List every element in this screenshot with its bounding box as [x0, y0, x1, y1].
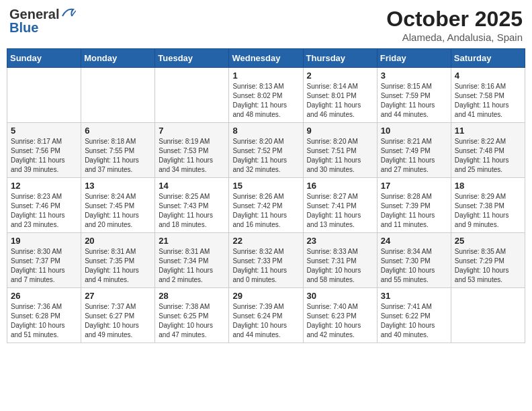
- calendar-cell: 22Sunrise: 8:32 AM Sunset: 7:33 PM Dayli…: [229, 233, 303, 288]
- calendar-cell: 21Sunrise: 8:31 AM Sunset: 7:34 PM Dayli…: [155, 233, 229, 288]
- day-info: Sunrise: 7:38 AM Sunset: 6:25 PM Dayligh…: [159, 302, 225, 340]
- calendar-cell: 27Sunrise: 7:37 AM Sunset: 6:27 PM Dayli…: [81, 288, 155, 343]
- day-info: Sunrise: 7:39 AM Sunset: 6:24 PM Dayligh…: [232, 302, 299, 340]
- day-info: Sunrise: 8:17 AM Sunset: 7:56 PM Dayligh…: [11, 137, 77, 175]
- day-info: Sunrise: 8:14 AM Sunset: 8:01 PM Dayligh…: [307, 82, 373, 120]
- calendar-day-header: Tuesday: [155, 49, 229, 68]
- day-number: 25: [455, 236, 521, 246]
- calendar-cell: 25Sunrise: 8:35 AM Sunset: 7:29 PM Dayli…: [451, 233, 525, 288]
- calendar-day-header: Thursday: [303, 49, 377, 68]
- calendar-cell: 12Sunrise: 8:23 AM Sunset: 7:46 PM Dayli…: [7, 178, 81, 233]
- day-info: Sunrise: 8:33 AM Sunset: 7:31 PM Dayligh…: [307, 247, 373, 285]
- day-info: Sunrise: 8:22 AM Sunset: 7:48 PM Dayligh…: [455, 137, 521, 175]
- calendar-cell: 7Sunrise: 8:19 AM Sunset: 7:53 PM Daylig…: [155, 123, 229, 178]
- calendar-day-header: Friday: [377, 49, 451, 68]
- day-info: Sunrise: 8:32 AM Sunset: 7:33 PM Dayligh…: [232, 247, 299, 285]
- calendar-week-row: 26Sunrise: 7:36 AM Sunset: 6:28 PM Dayli…: [7, 288, 525, 343]
- day-info: Sunrise: 7:40 AM Sunset: 6:23 PM Dayligh…: [307, 302, 373, 340]
- day-info: Sunrise: 8:29 AM Sunset: 7:38 PM Dayligh…: [455, 192, 521, 230]
- calendar-cell: 18Sunrise: 8:29 AM Sunset: 7:38 PM Dayli…: [451, 178, 525, 233]
- day-info: Sunrise: 8:30 AM Sunset: 7:37 PM Dayligh…: [11, 247, 77, 285]
- day-number: 3: [381, 71, 447, 81]
- title-area: October 2025 Alameda, Andalusia, Spain: [386, 7, 523, 43]
- calendar-day-header: Saturday: [451, 49, 525, 68]
- calendar-cell: 1Sunrise: 8:13 AM Sunset: 8:02 PM Daylig…: [229, 68, 303, 123]
- calendar-week-row: 1Sunrise: 8:13 AM Sunset: 8:02 PM Daylig…: [7, 68, 525, 123]
- day-info: Sunrise: 8:31 AM Sunset: 7:35 PM Dayligh…: [85, 247, 151, 285]
- logo: General Blue: [9, 7, 76, 34]
- calendar-cell: 3Sunrise: 8:15 AM Sunset: 7:59 PM Daylig…: [377, 68, 451, 123]
- calendar-week-row: 5Sunrise: 8:17 AM Sunset: 7:56 PM Daylig…: [7, 123, 525, 178]
- calendar-cell: 6Sunrise: 8:18 AM Sunset: 7:55 PM Daylig…: [81, 123, 155, 178]
- page-header: General Blue October 2025 Alameda, Andal…: [7, 7, 525, 43]
- day-info: Sunrise: 8:27 AM Sunset: 7:41 PM Dayligh…: [307, 192, 373, 230]
- day-info: Sunrise: 8:19 AM Sunset: 7:53 PM Dayligh…: [159, 137, 225, 175]
- day-info: Sunrise: 8:24 AM Sunset: 7:45 PM Dayligh…: [85, 192, 151, 230]
- day-number: 9: [307, 126, 373, 136]
- calendar-cell: 19Sunrise: 8:30 AM Sunset: 7:37 PM Dayli…: [7, 233, 81, 288]
- day-number: 11: [455, 126, 521, 136]
- day-number: 5: [11, 126, 77, 136]
- calendar-cell: 4Sunrise: 8:16 AM Sunset: 7:58 PM Daylig…: [451, 68, 525, 123]
- calendar-table: SundayMondayTuesdayWednesdayThursdayFrid…: [7, 48, 525, 343]
- calendar-cell: [7, 68, 81, 123]
- calendar-week-row: 12Sunrise: 8:23 AM Sunset: 7:46 PM Dayli…: [7, 178, 525, 233]
- calendar-day-header: Monday: [81, 49, 155, 68]
- day-number: 13: [85, 181, 151, 191]
- calendar-cell: 31Sunrise: 7:41 AM Sunset: 6:22 PM Dayli…: [377, 288, 451, 343]
- calendar-cell: 9Sunrise: 8:20 AM Sunset: 7:51 PM Daylig…: [303, 123, 377, 178]
- day-number: 30: [307, 291, 373, 301]
- day-number: 18: [455, 181, 521, 191]
- calendar-day-header: Wednesday: [229, 49, 303, 68]
- day-info: Sunrise: 8:25 AM Sunset: 7:43 PM Dayligh…: [159, 192, 225, 230]
- logo-bird-icon: [61, 7, 76, 21]
- day-number: 29: [232, 291, 299, 301]
- day-number: 7: [159, 126, 225, 136]
- day-info: Sunrise: 8:15 AM Sunset: 7:59 PM Dayligh…: [381, 82, 447, 120]
- day-number: 17: [381, 181, 447, 191]
- calendar-cell: 15Sunrise: 8:26 AM Sunset: 7:42 PM Dayli…: [229, 178, 303, 233]
- day-info: Sunrise: 8:20 AM Sunset: 7:51 PM Dayligh…: [307, 137, 373, 175]
- calendar-cell: 20Sunrise: 8:31 AM Sunset: 7:35 PM Dayli…: [81, 233, 155, 288]
- day-number: 2: [307, 71, 373, 81]
- day-number: 8: [232, 126, 299, 136]
- day-number: 16: [307, 181, 373, 191]
- day-info: Sunrise: 8:26 AM Sunset: 7:42 PM Dayligh…: [232, 192, 299, 230]
- location-title: Alameda, Andalusia, Spain: [386, 32, 523, 43]
- calendar-cell: 2Sunrise: 8:14 AM Sunset: 8:01 PM Daylig…: [303, 68, 377, 123]
- day-number: 23: [307, 236, 373, 246]
- calendar-cell: 26Sunrise: 7:36 AM Sunset: 6:28 PM Dayli…: [7, 288, 81, 343]
- calendar-cell: 14Sunrise: 8:25 AM Sunset: 7:43 PM Dayli…: [155, 178, 229, 233]
- calendar-cell: 10Sunrise: 8:21 AM Sunset: 7:49 PM Dayli…: [377, 123, 451, 178]
- calendar-cell: 17Sunrise: 8:28 AM Sunset: 7:39 PM Dayli…: [377, 178, 451, 233]
- logo-general: General: [9, 7, 59, 21]
- day-number: 14: [159, 181, 225, 191]
- calendar-cell: 30Sunrise: 7:40 AM Sunset: 6:23 PM Dayli…: [303, 288, 377, 343]
- day-number: 4: [455, 71, 521, 81]
- day-info: Sunrise: 8:34 AM Sunset: 7:30 PM Dayligh…: [381, 247, 447, 285]
- day-number: 1: [232, 71, 299, 81]
- day-info: Sunrise: 8:28 AM Sunset: 7:39 PM Dayligh…: [381, 192, 447, 230]
- calendar-cell: 24Sunrise: 8:34 AM Sunset: 7:30 PM Dayli…: [377, 233, 451, 288]
- day-info: Sunrise: 8:20 AM Sunset: 7:52 PM Dayligh…: [232, 137, 299, 175]
- calendar-cell: 8Sunrise: 8:20 AM Sunset: 7:52 PM Daylig…: [229, 123, 303, 178]
- calendar-cell: [155, 68, 229, 123]
- calendar-cell: 28Sunrise: 7:38 AM Sunset: 6:25 PM Dayli…: [155, 288, 229, 343]
- day-info: Sunrise: 7:36 AM Sunset: 6:28 PM Dayligh…: [11, 302, 77, 340]
- day-number: 12: [11, 181, 77, 191]
- day-info: Sunrise: 8:21 AM Sunset: 7:49 PM Dayligh…: [381, 137, 447, 175]
- day-number: 6: [85, 126, 151, 136]
- day-info: Sunrise: 8:23 AM Sunset: 7:46 PM Dayligh…: [11, 192, 77, 230]
- calendar-day-header: Sunday: [7, 49, 81, 68]
- day-info: Sunrise: 8:16 AM Sunset: 7:58 PM Dayligh…: [455, 82, 521, 120]
- calendar-cell: 16Sunrise: 8:27 AM Sunset: 7:41 PM Dayli…: [303, 178, 377, 233]
- logo-blue: Blue: [9, 20, 38, 35]
- calendar-cell: 13Sunrise: 8:24 AM Sunset: 7:45 PM Dayli…: [81, 178, 155, 233]
- calendar-cell: [451, 288, 525, 343]
- day-number: 26: [11, 291, 77, 301]
- day-number: 22: [232, 236, 299, 246]
- day-info: Sunrise: 7:37 AM Sunset: 6:27 PM Dayligh…: [85, 302, 151, 340]
- calendar-cell: 23Sunrise: 8:33 AM Sunset: 7:31 PM Dayli…: [303, 233, 377, 288]
- day-number: 21: [159, 236, 225, 246]
- day-number: 27: [85, 291, 151, 301]
